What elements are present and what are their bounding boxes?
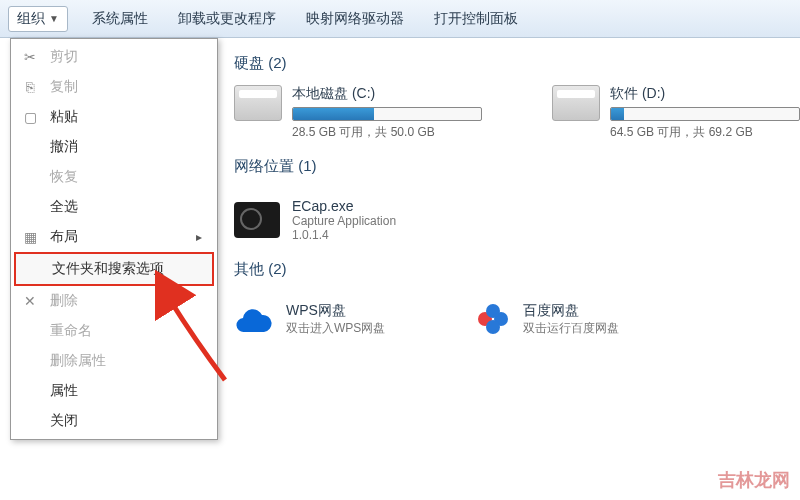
menu-remove-props[interactable]: 删除属性: [14, 346, 214, 376]
ecap-name: ECap.exe: [292, 198, 396, 214]
menu-copy[interactable]: ⎘ 复制: [14, 72, 214, 102]
cut-icon: ✂: [22, 49, 38, 65]
camera-icon: [234, 202, 280, 238]
menu-cut[interactable]: ✂ 剪切: [14, 42, 214, 72]
drive-c-name: 本地磁盘 (C:): [292, 85, 492, 103]
drive-d-bar: [610, 107, 800, 121]
menu-layout[interactable]: ▦ 布局 ▸: [14, 222, 214, 252]
organize-dropdown: ✂ 剪切 ⎘ 复制 ▢ 粘贴 撤消 恢复 全选 ▦ 布局 ▸ 文件夹和搜索选项 …: [10, 38, 218, 440]
menu-folder-options[interactable]: 文件夹和搜索选项: [14, 252, 214, 286]
submenu-arrow-icon: ▸: [196, 230, 202, 244]
drive-c-text: 28.5 GB 可用，共 50.0 GB: [292, 124, 492, 141]
wps-item[interactable]: WPS网盘 双击进入WPS网盘: [234, 301, 385, 337]
drive-d-text: 64.5 GB 可用，共 69.2 GB: [610, 124, 800, 141]
menu-paste[interactable]: ▢ 粘贴: [14, 102, 214, 132]
toolbar-uninstall[interactable]: 卸载或更改程序: [172, 6, 282, 32]
organize-label: 组织: [17, 10, 45, 28]
toolbar-system-props[interactable]: 系统属性: [86, 6, 154, 32]
toolbar-control-panel[interactable]: 打开控制面板: [428, 6, 524, 32]
menu-select-all[interactable]: 全选: [14, 192, 214, 222]
ecap-ver: 1.0.1.4: [292, 228, 396, 242]
organize-button[interactable]: 组织 ▼: [8, 6, 68, 32]
ecap-item[interactable]: ECap.exe Capture Application 1.0.1.4: [234, 198, 784, 242]
menu-undo[interactable]: 撤消: [14, 132, 214, 162]
menu-properties[interactable]: 属性: [14, 376, 214, 406]
chevron-down-icon: ▼: [49, 13, 59, 24]
delete-icon: ✕: [22, 293, 38, 309]
menu-redo[interactable]: 恢复: [14, 162, 214, 192]
wps-cloud-icon: [234, 303, 274, 335]
drive-d[interactable]: 软件 (D:) 64.5 GB 可用，共 69.2 GB: [552, 85, 800, 141]
baidu-cloud-icon: [475, 301, 511, 337]
ecap-desc: Capture Application: [292, 214, 396, 228]
menu-delete[interactable]: ✕ 删除: [14, 286, 214, 316]
baidu-item[interactable]: 百度网盘 双击运行百度网盘: [475, 301, 619, 337]
paste-icon: ▢: [22, 109, 38, 125]
svg-point-2: [486, 304, 500, 318]
baidu-sub: 双击运行百度网盘: [523, 320, 619, 337]
drive-c[interactable]: 本地磁盘 (C:) 28.5 GB 可用，共 50.0 GB: [234, 85, 492, 141]
drive-c-bar: [292, 107, 482, 121]
baidu-name: 百度网盘: [523, 302, 619, 320]
wps-name: WPS网盘: [286, 302, 385, 320]
watermark: 吉林龙网: [718, 468, 790, 492]
content-area: 硬盘 (2) 本地磁盘 (C:) 28.5 GB 可用，共 50.0 GB 软件…: [218, 38, 800, 500]
drive-d-name: 软件 (D:): [610, 85, 800, 103]
layout-icon: ▦: [22, 229, 38, 245]
drive-icon: [234, 85, 282, 121]
toolbar: 组织 ▼ 系统属性 卸载或更改程序 映射网络驱动器 打开控制面板: [0, 0, 800, 38]
toolbar-map-network[interactable]: 映射网络驱动器: [300, 6, 410, 32]
copy-icon: ⎘: [22, 79, 38, 95]
menu-rename[interactable]: 重命名: [14, 316, 214, 346]
drive-icon: [552, 85, 600, 121]
section-network: 网络位置 (1): [234, 149, 784, 188]
section-drives: 硬盘 (2): [234, 46, 784, 85]
svg-point-3: [486, 320, 500, 334]
menu-close[interactable]: 关闭: [14, 406, 214, 436]
wps-sub: 双击进入WPS网盘: [286, 320, 385, 337]
section-other: 其他 (2): [234, 252, 784, 291]
